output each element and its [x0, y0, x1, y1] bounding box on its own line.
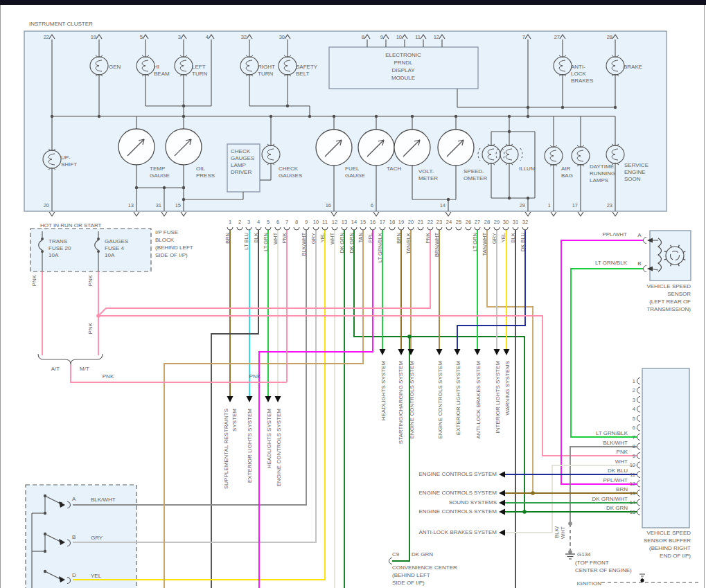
junction-dot — [531, 491, 535, 495]
connector-pin-number: 19 — [398, 219, 404, 225]
label: METER — [418, 175, 438, 181]
label: ENGINE CONTROLS SYSTEM — [419, 490, 497, 496]
switch-block-box — [26, 485, 136, 588]
system-arrow-down-icon — [436, 349, 443, 355]
label: FUEL — [345, 166, 360, 172]
junction-dot — [182, 186, 185, 189]
label: DK GRN/WHT — [592, 496, 628, 502]
junction-dot — [508, 130, 511, 133]
label: MODULE — [391, 75, 415, 81]
vertical-label: WARNING SYSTEMS — [504, 361, 511, 416]
label: END OF I/P) — [660, 553, 691, 559]
cluster-pin-number: 11 — [415, 34, 421, 40]
system-arrow-down-icon — [380, 349, 386, 355]
junction-dot — [614, 106, 617, 109]
label: OIL — [196, 166, 205, 172]
junction-dot — [568, 522, 572, 526]
wire-ppl — [561, 240, 643, 484]
label: BELT — [296, 71, 310, 77]
label: IGNITION — [576, 580, 601, 587]
system-arrow-down-icon — [265, 396, 272, 402]
label: PPL/WHT — [603, 477, 628, 483]
junction-dot — [44, 570, 46, 573]
junction-dot — [286, 105, 289, 107]
connector-pin-number: 21 — [418, 219, 423, 225]
connector-pin-icon — [389, 558, 393, 564]
pin-arrow-down-icon — [134, 212, 139, 216]
label: DAYTIME — [590, 163, 614, 170]
connector-pin-icon — [275, 227, 281, 230]
wire-color-label: LT GRN/BLK — [377, 233, 383, 262]
buffer-pin-number: 13 — [630, 490, 635, 497]
connector-pin-icon — [637, 406, 641, 412]
label: BRAKE — [624, 64, 642, 70]
vertical-label: PNK — [87, 274, 94, 286]
junction-dot — [98, 115, 100, 118]
label: OMETER — [464, 175, 487, 181]
label: PRNDL — [394, 60, 413, 66]
cluster-pin-number: 14 — [440, 202, 445, 208]
system-arrow-left-icon — [499, 500, 505, 506]
connector-pin-icon — [237, 227, 242, 230]
label: TURN — [192, 71, 207, 77]
label: A — [637, 232, 642, 238]
cluster-pin-number: 3 — [178, 34, 181, 40]
connector-pin-icon — [522, 227, 528, 230]
connector-pin-icon — [637, 453, 641, 459]
wire-color-label: TAN/WHT — [482, 233, 488, 256]
junction-dot — [44, 512, 46, 515]
connector-pin-icon — [484, 227, 490, 230]
junction-dot — [527, 106, 529, 109]
junction-dot — [407, 335, 412, 339]
system-arrow-left-icon — [499, 472, 505, 478]
label: CENTER OF ENGINE) — [575, 567, 632, 573]
wire-color-label: WHT — [272, 233, 279, 244]
system-arrow-left-icon — [499, 490, 505, 497]
cluster-pin-number: 5 — [140, 34, 143, 40]
pin-arrow-down-icon — [445, 212, 451, 216]
pin-arrow-down-icon — [331, 212, 337, 216]
cluster-pin-number: 20 — [44, 202, 49, 208]
vertical-label: EXTERIOR LIGHTS SYSTEM — [247, 409, 253, 483]
junction-dot — [44, 495, 46, 497]
cluster-pin-number: 22 — [44, 34, 49, 40]
buffer-pin-number: 3 — [633, 397, 635, 403]
wire-color-label: BRN — [224, 233, 231, 244]
label: PRESS — [196, 172, 215, 179]
connector-pin-icon — [284, 227, 290, 230]
wire-color-label: PNK — [281, 233, 288, 243]
buffer-pin-number: 12 — [630, 481, 635, 487]
junction-dot — [640, 578, 644, 582]
buffer-pin-number: 9 — [633, 453, 635, 459]
label: BRN — [616, 486, 628, 492]
connector-pin-number: 22 — [427, 219, 433, 225]
connector-pin-icon — [313, 227, 319, 230]
buffer-pin-number: 2 — [633, 387, 635, 393]
wire-color-label: GRY — [310, 233, 317, 244]
connector-pin-number: 1 — [229, 219, 231, 225]
junction-dot — [182, 105, 185, 107]
wire-color-label: BLK/WHT — [301, 233, 307, 256]
connector-pin-icon — [637, 490, 641, 497]
label: UP- — [61, 154, 71, 161]
label: ENGINE — [624, 169, 646, 175]
label: B — [72, 534, 76, 540]
buffer-pin-number: 7 — [633, 434, 635, 440]
cluster-pin-number: 10 — [396, 34, 402, 40]
label: SOUND SYSTEMS — [449, 499, 497, 506]
cluster-pin-number: 1 — [548, 202, 551, 208]
pin-arrow-down-icon — [551, 212, 556, 216]
cluster-pin-number: 13 — [128, 202, 134, 208]
label: A/T — [51, 366, 60, 372]
junction-dot — [96, 314, 100, 318]
connector-pin-icon — [637, 499, 641, 506]
junction-dot — [527, 115, 529, 118]
label: ENGINE CONTROLS SYSTEM — [419, 508, 497, 515]
system-arrow-left-icon — [499, 509, 505, 515]
label: ANTI-LOCK BRAKES SYSTEM — [419, 529, 497, 535]
label: DK GRN — [606, 505, 628, 511]
label: PNK — [617, 449, 628, 455]
label: VOLT- — [418, 168, 434, 175]
connector-pin-number: 10 — [313, 219, 319, 225]
label: LOCK — [571, 71, 586, 77]
